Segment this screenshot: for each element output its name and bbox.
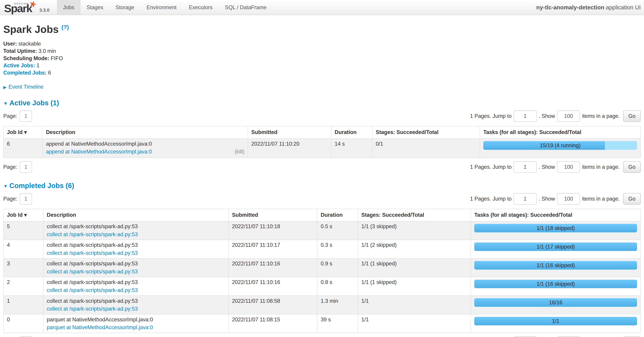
summary-active-jobs-value: 1 (35, 62, 40, 68)
job-submitted-cell: 2022/11/07 11:10:18 (228, 221, 317, 240)
job-stages-cell: 0/1 (372, 138, 480, 158)
jump-to-page-input[interactable] (514, 193, 536, 205)
job-id-cell: 2 (4, 277, 43, 296)
active-jobs-heading[interactable]: ▼Active Jobs (1) (3, 99, 641, 107)
jump-to-page-input[interactable] (514, 110, 536, 122)
job-submitted-cell: 2022/11/07 11:10:17 (228, 240, 317, 259)
show-text: . Show (538, 196, 555, 202)
spark-logo: APACHE Spark ★ 3.3.0 (0, 0, 51, 15)
completed-pagination-bottom: Page: 1 Pages. Jump to . Show items in a… (3, 336, 641, 337)
tasks-progress-bar: 15/19 (4 running) (483, 141, 637, 150)
job-description-link[interactable]: collect at /spark-scripts/spark-ad.py:53 (47, 250, 138, 256)
col-header-description[interactable]: Description (42, 126, 248, 138)
kill-link[interactable]: (kill) (234, 149, 244, 155)
page-number-input[interactable] (20, 336, 32, 337)
job-description-text: collect at /spark-scripts/spark-ad.py:53 (47, 298, 225, 304)
active-pagination-top: Page: 1 Pages. Jump to . Show items in a… (3, 110, 641, 122)
collapse-down-icon: ▼ (3, 184, 8, 189)
jump-to-page-input[interactable] (514, 161, 536, 173)
col-header-job-id[interactable]: Job Id ▾ (4, 126, 42, 138)
job-description-link[interactable]: collect at /spark-scripts/spark-ad.py:53 (47, 287, 138, 293)
go-button[interactable]: Go (623, 161, 641, 173)
summary-completed-jobs-link[interactable]: Completed Jobs: (3, 70, 46, 76)
col-header-stages[interactable]: Stages: Succeeded/Total (358, 209, 471, 221)
col-header-tasks[interactable]: Tasks (for all stages): Succeeded/Total (480, 126, 640, 138)
show-text: . Show (538, 113, 555, 119)
job-id-cell: 6 (4, 138, 42, 158)
items-per-page-input[interactable] (557, 161, 580, 173)
job-tasks-cell: 15/19 (4 running) (480, 138, 640, 158)
job-description-text: append at NativeMethodAccessorImpl.java:… (46, 141, 244, 147)
event-timeline-toggle[interactable]: ▶Event Timeline (3, 84, 641, 90)
completed-jobs-heading[interactable]: ▼Completed Jobs (6) (3, 182, 641, 190)
page-label: Page: (3, 113, 17, 119)
completed-job-row: 3 collect at /spark-scripts/spark-ad.py:… (4, 259, 640, 277)
job-description-link[interactable]: collect at /spark-scripts/spark-ad.py:53 (47, 231, 138, 238)
job-stages-cell: 1/1 (358, 314, 471, 333)
job-id-cell: 4 (4, 240, 43, 259)
completed-pagination-top: Page: 1 Pages. Jump to . Show items in a… (3, 193, 641, 205)
show-text: . Show (538, 164, 555, 170)
tab-sql-dataframe[interactable]: SQL / DataFrame (219, 0, 273, 15)
job-description-link[interactable]: append at NativeMethodAccessorImpl.java:… (46, 149, 152, 155)
job-tasks-cell: 16/16 (471, 296, 640, 314)
completed-jobs-heading-label: Completed Jobs (6) (10, 182, 74, 190)
completed-job-row: 1 collect at /spark-scripts/spark-ad.py:… (4, 296, 640, 314)
page-number-input[interactable] (20, 110, 32, 122)
tasks-progress-bar: 16/16 (474, 298, 637, 307)
job-duration-cell: 0.5 s (317, 221, 358, 240)
job-duration-cell: 0.8 s (317, 277, 358, 296)
col-header-duration[interactable]: Duration (331, 126, 372, 138)
go-button[interactable]: Go (623, 336, 641, 337)
col-header-submitted[interactable]: Submitted (228, 209, 317, 221)
jump-to-page-input[interactable] (514, 336, 536, 337)
job-description-link[interactable]: collect at /spark-scripts/spark-ad.py:53 (47, 269, 138, 275)
collapse-right-icon: ▶ (3, 85, 6, 89)
summary-user-value: stackable (17, 41, 41, 47)
nav-tabs: Jobs Stages Storage Environment Executor… (57, 0, 273, 15)
col-header-stages[interactable]: Stages: Succeeded/Total (372, 126, 480, 138)
pages-count-text: 1 Pages. Jump to (470, 196, 512, 202)
tasks-progress-label: 15/19 (4 running) (483, 141, 637, 150)
summary-scheduling-mode: Scheduling Mode: FIFO (3, 55, 641, 62)
tab-storage[interactable]: Storage (110, 0, 140, 15)
navbar: APACHE Spark ★ 3.3.0 Jobs Stages Storage… (0, 0, 644, 15)
go-button[interactable]: Go (623, 193, 641, 205)
job-duration-cell: 39 s (317, 314, 358, 333)
col-header-job-id[interactable]: Job Id ▾ (4, 209, 43, 221)
go-button[interactable]: Go (623, 110, 641, 122)
col-header-tasks[interactable]: Tasks (for all stages): Succeeded/Total (471, 209, 640, 221)
page-number-input[interactable] (20, 161, 32, 173)
items-per-page-input[interactable] (557, 110, 580, 122)
tasks-progress-label: 1/1 (17 skipped) (474, 243, 637, 251)
tab-environment[interactable]: Environment (140, 0, 182, 15)
pages-count-text: 1 Pages. Jump to (470, 164, 512, 170)
items-per-page-input[interactable] (557, 336, 580, 337)
job-stages-cell: 1/1 (1 skipped) (358, 277, 471, 296)
tasks-progress-label: 1/1 (474, 317, 637, 326)
tab-stages[interactable]: Stages (80, 0, 110, 15)
page-title-text: Spark Jobs (3, 24, 58, 35)
job-id-cell: 3 (4, 259, 43, 277)
job-submitted-cell: 2022/11/07 11:08:15 (228, 314, 317, 333)
job-id-cell: 1 (4, 296, 43, 314)
help-link[interactable]: (?) (62, 24, 69, 30)
job-submitted-cell: 2022/11/07 11:10:20 (248, 138, 331, 158)
job-description-link[interactable]: collect at /spark-scripts/spark-ad.py:53 (47, 306, 138, 312)
job-description-text: parquet at NativeMethodAccessorImpl.java… (47, 317, 225, 323)
job-description-link[interactable]: parquet at NativeMethodAccessorImpl.java… (47, 324, 153, 331)
col-header-description[interactable]: Description (43, 209, 228, 221)
job-description-cell: parquet at NativeMethodAccessorImpl.java… (43, 314, 228, 333)
tab-jobs[interactable]: Jobs (57, 0, 80, 15)
col-header-submitted[interactable]: Submitted (248, 126, 331, 138)
job-tasks-cell: 1/1 (18 skipped) (471, 221, 640, 240)
summary-uptime-label: Total Uptime: (3, 48, 37, 54)
tab-executors[interactable]: Executors (182, 0, 218, 15)
summary-active-jobs-link[interactable]: Active Jobs: (3, 62, 35, 68)
page-label: Page: (3, 164, 17, 170)
col-header-duration[interactable]: Duration (317, 209, 358, 221)
items-per-page-input[interactable] (557, 193, 580, 205)
job-duration-cell: 0.9 s (317, 259, 358, 277)
page-number-input[interactable] (20, 193, 32, 205)
completed-job-row: 0 parquet at NativeMethodAccessorImpl.ja… (4, 314, 640, 333)
